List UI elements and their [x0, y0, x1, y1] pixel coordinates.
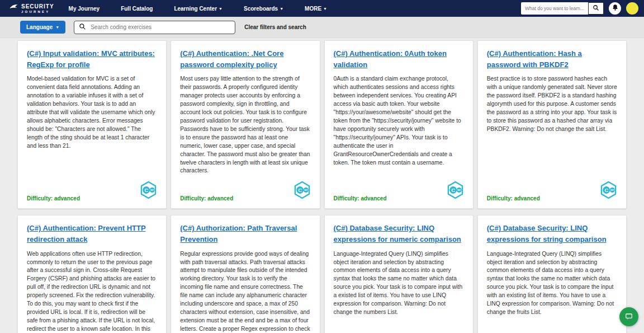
nav-right: [521, 2, 638, 15]
difficulty-label: Difficulty: advanced: [180, 195, 233, 201]
nav-search-input[interactable]: [521, 2, 588, 15]
csharp-dotnet-hexagon-icon: C NET: [447, 181, 464, 201]
exercise-description: Regular expressions provide good ways of…: [180, 250, 310, 333]
exercise-title-link[interactable]: (C#) Database Security: LINQ expressions…: [487, 223, 617, 245]
clear-filters-link[interactable]: Clear filters and search: [244, 24, 306, 30]
exercise-card: (C#) Database Security: LINQ expressions…: [324, 215, 473, 333]
difficulty-label: Difficulty: advanced: [487, 195, 540, 201]
search-icon: [79, 22, 86, 32]
exercise-description: Most users pay little attention to the s…: [180, 75, 310, 175]
bell-icon: [612, 3, 619, 13]
nav-item[interactable]: My Journey: [69, 6, 100, 12]
svg-text:NET: NET: [150, 189, 154, 191]
exercise-title-link[interactable]: (C#) Authentication: .Net Core password …: [180, 48, 310, 71]
card-footer: Difficulty: advanced C NET: [27, 175, 157, 201]
logo-icon: [9, 3, 18, 15]
avatar[interactable]: [626, 2, 638, 15]
chevron-down-icon: ▼: [55, 25, 59, 29]
svg-text:NET: NET: [457, 189, 461, 191]
card-footer: Difficulty: advanced C NET: [334, 175, 464, 201]
svg-text:C: C: [451, 187, 455, 193]
exercise-description: Best practice is to store password hashe…: [487, 75, 617, 133]
nav-item[interactable]: Scoreboards ▼: [244, 6, 283, 12]
exercise-search-input[interactable]: [89, 24, 230, 31]
logo-line1: SECURITY: [21, 4, 54, 10]
csharp-dotnet-hexagon-icon: C NET: [140, 181, 157, 201]
exercise-description: 0Auth is a standard claim exchange proto…: [334, 75, 464, 167]
nav-links: My Journey Full Catalog Learning Center …: [69, 6, 327, 12]
filter-bar: Language ▼ Clear filters and search: [0, 17, 644, 38]
svg-text:NET: NET: [610, 189, 614, 191]
svg-text:NET: NET: [304, 189, 307, 191]
difficulty-label: Difficulty: advanced: [334, 195, 387, 201]
card-grid: (C#) Input validation: MVC attributes: R…: [0, 38, 644, 333]
nav-search-button[interactable]: [588, 2, 604, 15]
exercise-title-link[interactable]: (C#) Input validation: MVC attributes: R…: [27, 48, 157, 71]
exercise-title-link[interactable]: (C#) Authorization: Path Traversal Preve…: [180, 223, 310, 245]
csharp-dotnet-hexagon-icon: C NET: [600, 181, 617, 201]
chevron-down-icon: ▼: [323, 7, 327, 11]
logo[interactable]: SECURITY JOURNEY: [9, 3, 54, 15]
exercise-card: (C#) Authentication: Hash a password wit…: [477, 40, 627, 209]
exercise-description: Web applications often use HTTP redirect…: [27, 250, 157, 333]
chevron-down-icon: ▼: [219, 7, 222, 11]
logo-text: SECURITY JOURNEY: [21, 4, 54, 13]
exercise-description: Model-based validation for MVC is a set …: [27, 75, 157, 150]
nav-search: [521, 2, 604, 15]
exercise-card: (C#) Input validation: MVC attributes: R…: [17, 40, 167, 209]
csharp-dotnet-hexagon-icon: C NET: [293, 181, 311, 201]
search-icon: [593, 4, 599, 13]
exercise-card: (C#) Authorization: Path Traversal Preve…: [171, 215, 320, 333]
exercise-title-link[interactable]: (C#) Authentication: Prevent HTTP redire…: [27, 223, 157, 245]
chevron-down-icon: ▼: [280, 7, 283, 11]
exercise-card: (C#) Authentication: Prevent HTTP redire…: [17, 215, 167, 333]
exercise-description: Language-Integrated Query (LINQ) simplif…: [487, 250, 617, 317]
exercise-card: (C#) Authentication: .Net Core password …: [171, 40, 320, 209]
top-navbar: SECURITY JOURNEY My Journey Full Catalog…: [0, 0, 644, 17]
svg-text:C: C: [144, 187, 148, 193]
exercise-card: (C#) Database Security: LINQ expressions…: [477, 215, 627, 333]
chat-widget-button[interactable]: [619, 307, 638, 326]
language-dropdown-button[interactable]: Language ▼: [20, 21, 65, 34]
chat-icon: [624, 312, 633, 322]
exercise-title-link[interactable]: (C#) Database Security: LINQ expressions…: [334, 223, 464, 245]
notifications-button[interactable]: [609, 2, 621, 15]
exercise-card: (C#) Authentication: 0Auth token validat…: [324, 40, 473, 209]
exercise-title-link[interactable]: (C#) Authentication: 0Auth token validat…: [334, 48, 464, 71]
svg-text:C: C: [298, 187, 302, 193]
svg-text:C: C: [604, 187, 608, 193]
difficulty-label: Difficulty: advanced: [27, 195, 80, 201]
logo-line2: JOURNEY: [21, 10, 54, 13]
card-footer: Difficulty: advanced C NET: [180, 175, 310, 201]
nav-item[interactable]: MORE ▼: [305, 6, 327, 12]
card-footer: Difficulty: advanced C NET: [487, 175, 617, 201]
exercise-description: Language-Integrated Query (LINQ) simplif…: [334, 250, 464, 317]
nav-item[interactable]: Full Catalog: [121, 6, 153, 12]
exercise-title-link[interactable]: (C#) Authentication: Hash a password wit…: [487, 48, 617, 71]
exercise-search: [74, 21, 235, 34]
nav-item[interactable]: Learning Center ▼: [174, 6, 222, 12]
